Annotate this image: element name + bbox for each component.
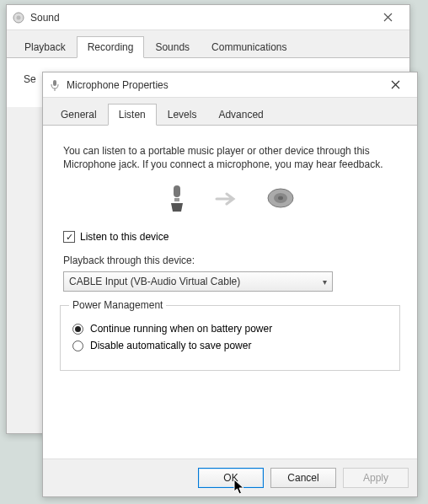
power-option-disable-label: Disable automatically to save power: [90, 340, 251, 351]
microphone-icon: [48, 78, 62, 92]
arrow-right-icon: [215, 189, 240, 211]
svg-rect-5: [174, 198, 179, 201]
power-management-group: Power Management Continue running when o…: [60, 305, 400, 371]
power-option-continue-label: Continue running when on battery power: [90, 323, 272, 335]
power-management-legend: Power Management: [69, 299, 166, 311]
mic-tabstrip: General Listen Levels Advanced: [43, 98, 417, 126]
microphone-properties-window: Microphone Properties General Listen Lev…: [42, 72, 418, 497]
close-icon: [391, 80, 400, 89]
svg-point-1: [17, 15, 21, 19]
cancel-button[interactable]: Cancel: [270, 468, 336, 488]
svg-rect-2: [53, 80, 56, 86]
mic-tab-content: You can listen to a portable music playe…: [43, 126, 417, 458]
tab-sounds[interactable]: Sounds: [144, 36, 201, 58]
radio-disable[interactable]: [72, 340, 83, 351]
check-icon: ✓: [66, 233, 73, 242]
power-option-continue[interactable]: Continue running when on battery power: [72, 323, 388, 335]
sound-tabstrip: Playback Recording Sounds Communications: [7, 30, 409, 58]
device-output-icon: [265, 185, 296, 213]
tab-listen[interactable]: Listen: [108, 104, 157, 126]
tab-recording[interactable]: Recording: [77, 36, 145, 58]
listen-checkbox-row[interactable]: ✓ Listen to this device: [63, 231, 397, 243]
tab-advanced[interactable]: Advanced: [207, 104, 274, 126]
chevron-down-icon: ▾: [323, 277, 327, 287]
tab-general[interactable]: General: [50, 104, 108, 126]
playback-device-selected: CABLE Input (VB-Audio Virtual Cable): [69, 276, 240, 287]
mic-title: Microphone Properties: [67, 79, 378, 91]
listen-graphic: [58, 183, 402, 216]
mic-titlebar: Microphone Properties: [43, 72, 417, 98]
playback-label: Playback through this device:: [63, 255, 397, 266]
svg-rect-4: [174, 185, 180, 197]
ok-button[interactable]: OK: [198, 468, 264, 488]
mic-close-button[interactable]: [378, 73, 412, 97]
tab-communications[interactable]: Communications: [201, 36, 297, 58]
power-option-disable[interactable]: Disable automatically to save power: [72, 340, 388, 351]
listen-checkbox-label: Listen to this device: [80, 231, 169, 243]
device-mic-icon: [164, 183, 190, 216]
close-icon: [383, 13, 393, 22]
tab-playback[interactable]: Playback: [13, 36, 77, 58]
listen-description: You can listen to a portable music playe…: [63, 144, 397, 171]
apply-button: Apply: [343, 468, 409, 488]
svg-point-8: [278, 196, 283, 200]
radio-continue[interactable]: [72, 324, 83, 335]
mic-buttonbar: OK Cancel Apply: [43, 458, 417, 496]
radio-dot-icon: [75, 326, 81, 332]
listen-checkbox[interactable]: ✓: [63, 231, 75, 243]
sound-close-button[interactable]: [371, 6, 404, 29]
tab-levels[interactable]: Levels: [157, 104, 208, 126]
sound-title: Sound: [30, 12, 371, 24]
sound-titlebar: Sound: [7, 5, 409, 30]
speaker-icon: [12, 11, 25, 24]
playback-device-dropdown[interactable]: CABLE Input (VB-Audio Virtual Cable) ▾: [63, 271, 333, 292]
